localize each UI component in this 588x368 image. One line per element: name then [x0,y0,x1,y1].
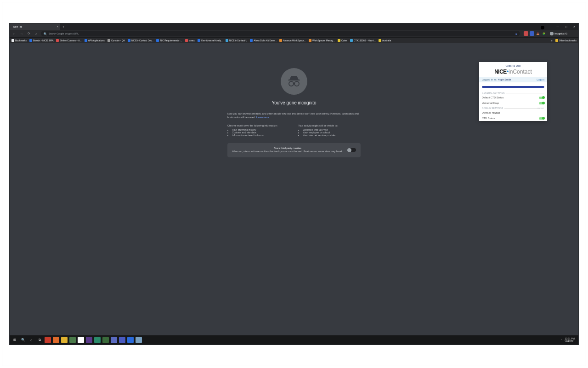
bookmark-item[interactable]: Ixmex [185,39,195,42]
click-to-dial-popup: Click To Dial NICE•inContact Logged in a… [479,62,547,121]
bookmark-item[interactable]: Alexa Skills Kit Deve... [250,39,277,42]
windows-taskbar: ⊞ 🔍 ○ ⧉ ˄ 12:01 PM 1/04/2021 [10,335,578,345]
favicon-icon [309,39,311,42]
app-icon[interactable] [78,337,84,343]
browser-tab[interactable]: New Tab × [10,23,60,30]
tab-title: New Tab [13,25,22,28]
task-view-button[interactable]: ⧉ [36,337,43,343]
favicon-icon [128,39,130,42]
bookmark-item[interactable]: Amazon WorkSpace... [279,39,306,42]
bookmark-item[interactable]: CTX132265 - How t... [350,39,376,42]
page-content: You've gone incognito Now you can browse… [10,43,578,335]
favicon-icon [198,39,200,42]
incognito-badge[interactable]: Incognito (4) [548,32,569,35]
home-button[interactable]: ⌂ [34,31,39,36]
maximize-button[interactable]: ▢ [562,23,570,30]
other-bookmarks-button[interactable]: Other bookmarks [555,39,577,42]
progress-bar [482,86,544,88]
browser-menu-button[interactable]: ⋮ [571,31,577,36]
favicon-icon [350,39,353,42]
login-row: Logged in as: Hugh Smith Logout [479,77,547,82]
cortana-icon[interactable] [541,26,544,29]
new-tab-button[interactable]: + [60,23,67,30]
default-ctd-status-toggle[interactable] [539,97,544,99]
bookmark-star-icon[interactable]: ★ [515,32,517,35]
extensions-puzzle-icon[interactable]: 🧩 [542,31,546,36]
cortana-button[interactable]: ○ [28,337,34,343]
bookmark-item[interactable]: Omnichannel Analy... [198,39,223,42]
logout-link[interactable]: Logout [537,78,544,81]
vscode-icon[interactable] [86,337,92,343]
learn-more-link[interactable]: Learn more [256,116,269,119]
forward-button[interactable]: → [19,31,24,36]
favicon-icon [185,39,188,42]
omnibox-placeholder: Search Google or type a URL [49,32,79,35]
incognito-description: Now you can browse privately, and other … [227,112,361,120]
favicon-icon [338,39,340,42]
incognito-hero-icon [281,68,307,95]
bookmark-item[interactable]: Coins [338,39,347,42]
start-button[interactable]: ⊞ [11,337,18,343]
list-item: Information entered in forms [232,134,290,137]
incognito-columns: Chrome won't save the following informat… [227,124,361,137]
favicon-icon [250,39,253,42]
app-icon[interactable] [136,337,142,343]
brand-logo: NICE•inContact [479,69,547,77]
outlook-icon[interactable] [127,337,134,343]
ctd-status-toggle[interactable] [539,117,544,120]
bookmark-item[interactable]: ★Bookmarks [11,39,27,42]
favicon-icon [107,39,110,42]
folder-icon [555,39,558,42]
cookies-description: When on, sites can't use cookies that tr… [232,150,343,153]
hat-glasses-icon [286,73,302,90]
inbox-icon[interactable]: 📥 [536,31,540,36]
back-button[interactable]: ← [11,31,17,36]
teams-icon[interactable] [119,337,125,343]
column-heading: Your activity might still be visible to: [298,124,361,127]
bookmarks-overflow-button[interactable]: » [551,39,553,42]
bookmark-item[interactable]: NICE inContact U [226,39,247,42]
bookmark-item[interactable]: Australia [379,39,391,42]
bookmark-item[interactable]: API Applications [85,39,105,42]
column-heading: Chrome won't save the following informat… [227,124,290,127]
system-clock[interactable]: 12:01 PM 1/04/2021 [565,337,577,343]
incognito-icon [550,32,554,35]
extension-icons: 📥 🧩 [524,31,546,36]
favicon-icon [379,39,381,42]
minimize-button[interactable]: ― [554,23,562,30]
cookies-title: Block third-party cookies [232,147,343,150]
bookmark-item[interactable]: Online Courses – A... [56,39,81,42]
file-explorer-icon[interactable] [61,337,68,343]
extension-icon-2[interactable] [530,31,534,36]
favicon-icon [85,39,87,42]
discord-icon[interactable] [111,337,117,343]
voicemail-drop-toggle[interactable] [539,102,544,104]
extension-icon-1[interactable] [524,31,528,36]
search-button[interactable]: 🔍 [20,337,26,343]
bookmark-item[interactable]: NiC Requirements -... [156,39,182,42]
bookmarks-bar: ★Bookmarks Boards - NICE JIRA Online Cou… [10,37,578,43]
section-heading: GENERAL SETTINGS [479,91,547,95]
office-icon[interactable] [45,337,51,343]
app-icon[interactable] [102,337,109,343]
setting-row: Voicemail Drop [479,100,547,106]
omnibox[interactable]: 🔍 Search Google or type a URL ★ [41,31,520,36]
bookmark-item[interactable]: Console - QA [107,39,125,42]
app-icon[interactable] [53,337,59,343]
favicon-icon [56,39,59,42]
bookmark-item[interactable]: WorkSpaces Manag... [309,39,335,42]
bookmark-item[interactable]: NICE inContact Dev... [128,39,154,42]
list-item: Your Internet service provider [303,134,361,137]
close-tab-icon[interactable]: × [57,25,58,28]
section-heading: DOMAIN SETTINGSRESET [479,106,547,110]
bookmark-item[interactable]: Boards - NICE JIRA [29,39,53,42]
domain-value: newtab [492,111,500,114]
tray-chevron-icon[interactable]: ˄ [559,337,565,343]
close-window-button[interactable]: ✕ [570,23,578,30]
cookies-toggle[interactable] [348,148,356,152]
app-icon[interactable] [69,337,76,343]
favicon-icon [29,39,32,42]
reload-button[interactable]: ⟳ [26,31,32,36]
edge-icon[interactable] [94,337,101,343]
reset-link[interactable]: RESET [537,107,544,109]
